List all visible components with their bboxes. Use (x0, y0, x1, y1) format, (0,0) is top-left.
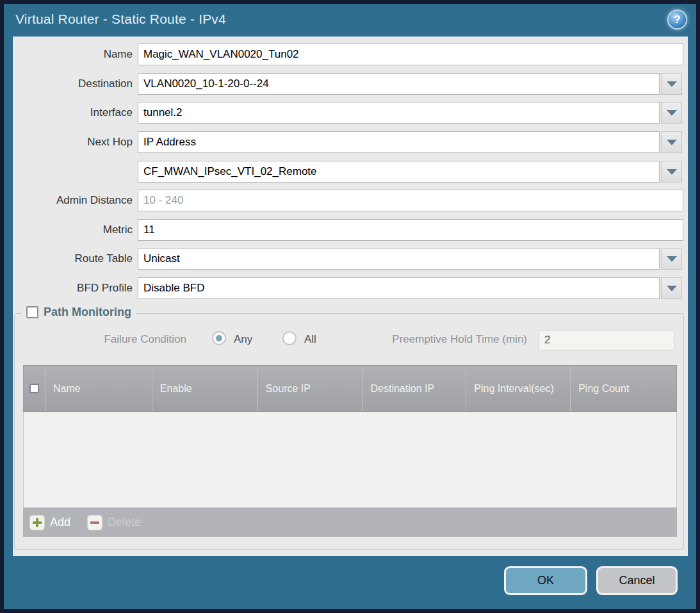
chevron-down-icon (667, 256, 677, 262)
add-button[interactable]: Add (29, 515, 70, 530)
table-toolbar: Add Delete (23, 508, 677, 537)
route-table-input[interactable] (138, 248, 660, 270)
bfd-profile-dropdown-button[interactable] (661, 277, 682, 299)
delete-button[interactable]: Delete (87, 515, 141, 530)
name-input[interactable] (138, 44, 683, 65)
destination-label: Destination (0, 73, 133, 95)
column-header-enable: Enable (152, 366, 258, 411)
add-plus-icon (29, 515, 45, 530)
form-row-interface: Interface (13, 102, 688, 124)
path-monitoring-checkbox[interactable] (26, 306, 38, 318)
next-hop-address-input[interactable] (138, 161, 660, 183)
form-row-route-table: Route Table (13, 248, 688, 270)
select-all-cell (24, 366, 45, 411)
column-header-name: Name (45, 366, 152, 411)
column-header-destination-ip: Destination IP (363, 366, 467, 411)
form-row-bfd-profile: BFD Profile (13, 277, 688, 299)
chevron-down-icon (667, 286, 677, 291)
path-monitoring-legend: Path Monitoring (21, 306, 136, 319)
radio-dot (216, 335, 222, 341)
failure-condition-any-radio[interactable] (212, 331, 226, 345)
metric-input[interactable] (138, 219, 683, 241)
next-hop-address-dropdown-button[interactable] (661, 161, 682, 183)
dialog-title: Virtual Router - Static Route - IPv4 (15, 12, 226, 27)
static-route-dialog: Virtual Router - Static Route - IPv4 ? N… (4, 4, 696, 609)
path-monitoring-title: Path Monitoring (44, 306, 131, 319)
next-hop-label: Next Hop (0, 131, 133, 153)
failure-condition-any-label: Any (234, 333, 252, 346)
form-row-name: Name (13, 44, 688, 65)
next-hop-address-label (0, 161, 133, 183)
next-hop-type-input[interactable] (138, 131, 660, 153)
column-header-ping-interval: Ping Interval(sec) (466, 366, 571, 411)
chevron-down-icon (667, 169, 677, 175)
bfd-profile-label: BFD Profile (0, 277, 133, 299)
chevron-down-icon (667, 110, 677, 116)
ok-button[interactable]: OK (504, 566, 587, 595)
chevron-down-icon (667, 140, 677, 145)
add-button-label: Add (50, 516, 70, 529)
admin-distance-input[interactable] (138, 190, 683, 211)
metric-label: Metric (0, 219, 133, 241)
cancel-button[interactable]: Cancel (596, 566, 678, 595)
path-monitoring-table: Name Enable Source IP Destination IP Pin… (23, 365, 677, 537)
form-row-metric: Metric (13, 219, 688, 241)
destination-dropdown-button[interactable] (661, 73, 682, 95)
form-row-next-hop: Next Hop (13, 131, 688, 153)
bfd-profile-input[interactable] (138, 277, 660, 299)
next-hop-dropdown-button[interactable] (661, 131, 682, 153)
interface-label: Interface (0, 102, 133, 124)
form-row-next-hop-address (13, 161, 688, 183)
failure-condition-row: Failure Condition Any All Preemptive Hol… (15, 329, 683, 351)
chevron-down-icon (667, 81, 677, 87)
admin-distance-label: Admin Distance (0, 190, 133, 211)
interface-dropdown-button[interactable] (661, 102, 682, 124)
delete-minus-icon (87, 515, 102, 530)
help-icon[interactable]: ? (669, 11, 686, 28)
preemptive-hold-time-input[interactable] (539, 330, 674, 350)
table-header: Name Enable Source IP Destination IP Pin… (23, 365, 677, 412)
form-row-destination: Destination (13, 73, 688, 95)
title-bar: Virtual Router - Static Route - IPv4 ? (4, 4, 696, 37)
select-all-checkbox[interactable] (29, 384, 39, 393)
interface-input[interactable] (138, 102, 660, 124)
preemptive-hold-time-label: Preemptive Hold Time (min) (271, 333, 527, 346)
column-header-source-ip: Source IP (258, 366, 363, 411)
form-row-admin-distance: Admin Distance (13, 190, 688, 211)
failure-condition-label: Failure Condition (0, 333, 186, 346)
destination-input[interactable] (138, 73, 660, 95)
dialog-content: Name Destination Interface Next Hop (13, 37, 688, 556)
delete-button-label: Delete (108, 516, 141, 529)
route-table-dropdown-button[interactable] (661, 248, 682, 270)
route-table-label: Route Table (0, 248, 133, 270)
name-label: Name (0, 44, 133, 65)
table-body-empty (23, 412, 677, 508)
column-header-ping-count: Ping Count (571, 366, 676, 411)
